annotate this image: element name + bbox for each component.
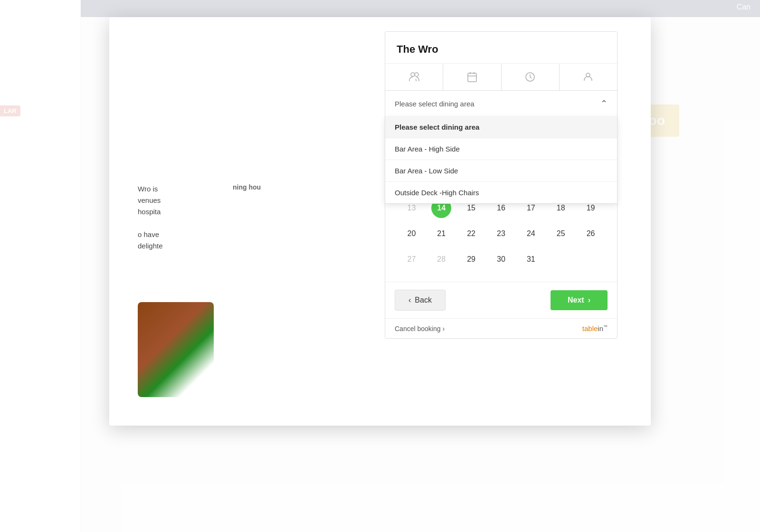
calendar-week-3: 20212223242526	[397, 221, 606, 247]
day-26[interactable]: 26	[581, 224, 601, 244]
calendar-cell: 20	[397, 221, 427, 247]
back-label: Back	[415, 296, 432, 304]
table-text: table	[582, 324, 598, 332]
dropdown-menu: Please select dining area Bar Area - Hig…	[385, 116, 618, 204]
calendar-week-4: 2728293031	[397, 247, 606, 272]
restaurant-title: The Wro	[385, 32, 617, 64]
calendar-cell: 29	[456, 247, 486, 272]
calendar-cell: 25	[546, 221, 576, 247]
booking-widget: The Wro	[385, 31, 618, 339]
next-label: Next	[568, 296, 584, 304]
day-24[interactable]: 24	[521, 224, 541, 244]
food-image	[138, 302, 214, 397]
dining-area-dropdown[interactable]: Please select dining area ⌃ Please selec…	[385, 91, 617, 117]
action-buttons: ‹ Back Next ›	[385, 282, 617, 318]
calendar-cell: 27	[397, 247, 427, 272]
calendar-cell: 21	[427, 221, 456, 247]
chevron-up-icon: ⌃	[600, 98, 608, 109]
calendar-cell: 28	[427, 247, 456, 272]
day-23[interactable]: 23	[491, 224, 511, 244]
in-text: in	[598, 324, 603, 332]
day-28: 28	[431, 249, 451, 269]
dropdown-option-2[interactable]: Bar Area - Low Side	[385, 160, 617, 182]
svg-point-0	[411, 73, 415, 76]
dropdown-trigger-text: Please select dining area	[395, 100, 475, 108]
chevron-right-small-icon: ›	[443, 325, 445, 332]
step-guests[interactable]	[385, 64, 443, 90]
day-27: 27	[401, 249, 421, 269]
step-details[interactable]	[560, 64, 617, 90]
back-button[interactable]: ‹ Back	[395, 290, 446, 311]
next-button[interactable]: Next ›	[551, 290, 608, 310]
chevron-right-icon: ›	[588, 296, 590, 304]
chevron-left-icon: ‹	[408, 296, 411, 304]
calendar-cell: 23	[486, 221, 516, 247]
step-date[interactable]	[443, 64, 501, 90]
calendar-cell: 22	[456, 221, 486, 247]
calendar-cell: 31	[516, 247, 546, 272]
day-20[interactable]: 20	[401, 224, 421, 244]
day-30[interactable]: 30	[491, 249, 511, 269]
calendar-cell: 26	[576, 221, 606, 247]
opening-hours-title: ning hou	[233, 183, 366, 191]
dropdown-option-3[interactable]: Outside Deck -High Chairs	[385, 182, 617, 203]
day-22[interactable]: 22	[461, 224, 481, 244]
day-31[interactable]: 31	[521, 249, 541, 269]
opening-hours: ning hou	[233, 183, 366, 195]
modal-wrapper: Wro is venues hospita o have delighte ni…	[0, 0, 760, 532]
calendar-cell	[576, 247, 606, 272]
calendar-cell: 30	[486, 247, 516, 272]
widget-footer: Cancel booking › tablein™	[385, 318, 617, 338]
day-25[interactable]: 25	[551, 224, 571, 244]
dropdown-option-0[interactable]: Please select dining area	[385, 116, 617, 138]
modal: Wro is venues hospita o have delighte ni…	[109, 17, 651, 426]
svg-rect-2	[468, 73, 476, 82]
calendar-cell	[546, 247, 576, 272]
tablein-logo: tablein™	[582, 324, 608, 332]
trademark: ™	[603, 324, 608, 329]
step-time[interactable]	[502, 64, 560, 90]
dropdown-option-1[interactable]: Bar Area - High Side	[385, 138, 617, 160]
day-21[interactable]: 21	[431, 224, 451, 244]
dropdown-trigger[interactable]: Please select dining area ⌃	[385, 91, 617, 116]
day-29[interactable]: 29	[461, 249, 481, 269]
cancel-booking-text: Cancel booking	[395, 325, 441, 332]
calendar-cell: 24	[516, 221, 546, 247]
cancel-booking-link[interactable]: Cancel booking ›	[395, 325, 445, 332]
svg-point-1	[415, 73, 418, 76]
step-icons	[385, 64, 617, 91]
